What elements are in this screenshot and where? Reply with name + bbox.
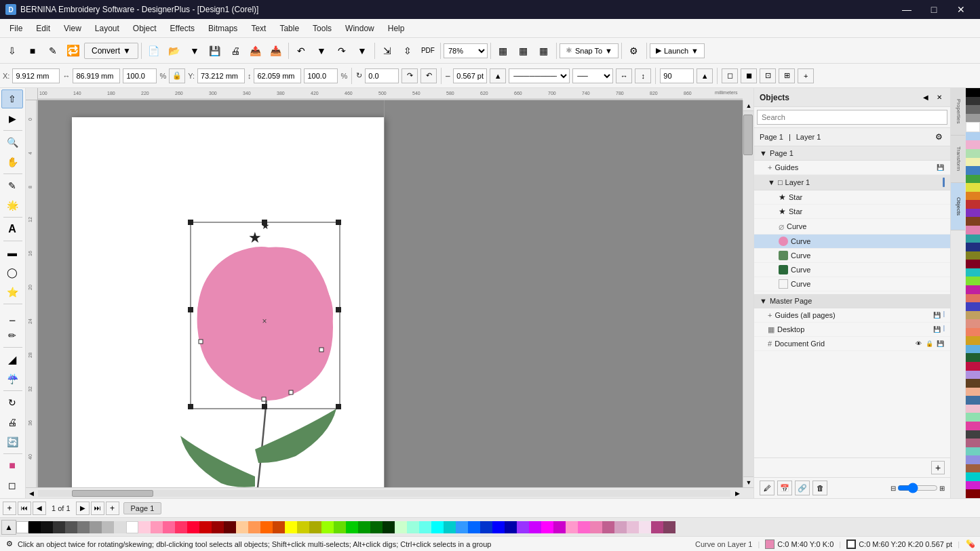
gold-swatch[interactable] — [966, 336, 980, 345]
search-input[interactable] — [757, 110, 947, 125]
ellipse-tool[interactable]: ◯ — [1, 263, 23, 282]
periwinkle-swatch[interactable] — [966, 455, 980, 464]
swatch-red1[interactable] — [175, 521, 187, 533]
teal-swatch[interactable] — [966, 234, 980, 243]
save-button[interactable]: 💾 — [205, 41, 224, 60]
color-picker-tool[interactable]: ☔ — [1, 369, 23, 388]
polygon-tool[interactable]: ⭐ — [1, 283, 23, 302]
select-tool[interactable]: ⇧ — [1, 89, 23, 108]
pencil-tool[interactable]: ✏ — [1, 326, 23, 345]
mintgreen-swatch[interactable] — [966, 413, 980, 422]
guides-all-item[interactable]: + Guides (all pages) 💾 | — [754, 308, 950, 323]
y-input[interactable] — [197, 68, 245, 83]
forestgreen-swatch[interactable] — [966, 353, 980, 362]
swatch-green4[interactable] — [383, 521, 395, 533]
swatch-lgreen2[interactable] — [334, 521, 346, 533]
swatch-lavender1[interactable] — [614, 521, 627, 533]
salmon-swatch[interactable] — [966, 328, 980, 337]
vscroll-up-button[interactable]: ▲ — [743, 100, 753, 111]
blend-tool[interactable]: 🔄 — [1, 432, 23, 451]
swatch-white[interactable] — [126, 521, 138, 533]
swatch-black[interactable] — [28, 521, 41, 533]
swatch-medgray[interactable] — [65, 521, 77, 533]
menu-effects[interactable]: Effects — [163, 21, 201, 36]
skyblue-swatch[interactable] — [966, 345, 980, 354]
panel-close-button[interactable]: ✕ — [934, 92, 945, 103]
swatch-blue3[interactable] — [480, 521, 492, 533]
close-button[interactable]: ✕ — [947, 0, 975, 19]
layout-button[interactable]: ▦ — [494, 41, 513, 60]
lock-aspect-button[interactable]: 🔒 — [169, 68, 185, 83]
swatch-lightgray[interactable] — [90, 521, 102, 533]
tan-swatch[interactable] — [966, 311, 980, 320]
hotpink-swatch[interactable] — [966, 422, 980, 430]
color-expand-button[interactable]: ▲ — [1, 520, 16, 535]
swatch-pink1[interactable] — [138, 521, 151, 533]
print-button[interactable]: 🖨 — [226, 41, 245, 60]
star2-item[interactable]: ★ Star — [754, 205, 950, 219]
redo-button[interactable]: ↷ — [332, 41, 351, 60]
convert-button[interactable]: Convert ▼ — [84, 43, 138, 59]
swatch-minty[interactable] — [395, 521, 407, 533]
darkgray-swatch[interactable] — [966, 97, 980, 106]
swatch-lavender2[interactable] — [627, 521, 639, 533]
undo-button[interactable]: ↶ — [292, 41, 311, 60]
obj-tool-3[interactable]: 🔗 — [795, 481, 810, 495]
guides-all-save-button[interactable]: 💾 — [933, 310, 942, 320]
gray-swatch[interactable] — [966, 105, 980, 114]
swatch-vlightgray[interactable] — [102, 521, 114, 533]
magenta-swatch[interactable] — [966, 285, 980, 294]
minimize-button[interactable]: — — [893, 0, 920, 19]
transform-tool[interactable]: ↻ — [1, 393, 23, 412]
prev-page-button[interactable]: ◀ — [33, 502, 46, 515]
open-button[interactable]: 📂 — [165, 41, 184, 60]
brown-swatch[interactable] — [966, 217, 980, 226]
statusbar-settings-button[interactable]: ⚙ — [4, 539, 15, 550]
add-point-button[interactable]: + — [798, 68, 814, 83]
swatch-orange2[interactable] — [248, 521, 260, 533]
undo-dropdown-button[interactable]: ▼ — [312, 41, 331, 60]
vertical-scrollbar[interactable]: ▲ ▼ — [743, 100, 753, 487]
statusbar-embroidery-button[interactable]: 💊 — [965, 539, 976, 550]
menu-table[interactable]: Table — [273, 21, 306, 36]
guides-save-button[interactable]: 💾 — [935, 163, 945, 172]
menu-window[interactable]: Window — [338, 21, 381, 36]
mirror-v-button[interactable]: ↕ — [635, 68, 651, 83]
convert-outline-button[interactable]: ◻ — [722, 68, 738, 83]
layer1-section-header[interactable]: ▼ □ Layer 1 — [754, 175, 950, 190]
mirror-h-button[interactable]: ↔ — [616, 68, 632, 83]
swatch-purple1[interactable] — [517, 521, 529, 533]
panel-expand-button[interactable]: ◀ — [920, 92, 931, 103]
grid-button[interactable]: ▦ — [514, 41, 533, 60]
swatch-lpink1[interactable] — [566, 521, 578, 533]
blue-swatch[interactable] — [966, 166, 980, 175]
indigo-swatch[interactable] — [966, 302, 980, 311]
swatch-cyan2[interactable] — [444, 521, 456, 533]
convert-group-button[interactable]: 🔁 — [64, 41, 83, 60]
hscroll-left-button[interactable]: ◀ — [26, 488, 37, 499]
swatch-magenta2[interactable] — [553, 521, 566, 533]
swatch-rose1[interactable] — [639, 521, 651, 533]
curve3-item[interactable]: Curve — [754, 249, 950, 263]
obj-tool-delete[interactable]: 🗑 — [812, 481, 827, 495]
red-swatch[interactable] — [966, 200, 980, 209]
add-page-button[interactable]: + — [3, 502, 16, 515]
swatch-navy[interactable] — [505, 521, 517, 533]
menu-tools[interactable]: Tools — [306, 21, 338, 36]
hscroll-thumb[interactable] — [72, 490, 153, 497]
swatch-purple2[interactable] — [529, 521, 541, 533]
open-dropdown-button[interactable]: ▼ — [185, 41, 204, 60]
swatch-orange1[interactable] — [236, 521, 248, 533]
rect-tool[interactable]: ▬ — [1, 243, 23, 262]
menu-view[interactable]: View — [57, 21, 88, 36]
curve4-item[interactable]: Curve — [754, 263, 950, 277]
pick-tool[interactable]: ▶ — [1, 109, 23, 128]
darkred-swatch[interactable] — [966, 489, 980, 498]
navy-swatch[interactable] — [966, 243, 980, 251]
import-button[interactable]: 📥 — [267, 41, 286, 60]
fit-width-button[interactable]: ⇳ — [398, 41, 417, 60]
black-swatch[interactable] — [966, 88, 980, 97]
stroke-input[interactable] — [453, 68, 487, 83]
aqua-swatch[interactable] — [966, 472, 980, 481]
desktop-save-button[interactable]: 💾 — [933, 325, 942, 334]
